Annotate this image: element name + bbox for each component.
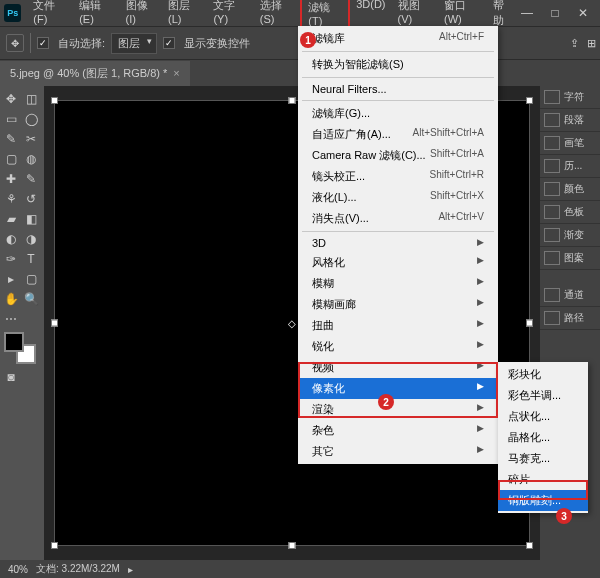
menu-图层[interactable]: 图层(L) (162, 0, 207, 33)
blur-tool[interactable]: ◐ (2, 230, 20, 248)
panel-label: 历... (564, 159, 582, 173)
menu-item[interactable]: 像素化▶ (298, 378, 498, 399)
transform-center[interactable]: ◇ (288, 318, 296, 329)
menu-item[interactable]: 液化(L)...Shift+Ctrl+X (298, 187, 498, 208)
maximize-button[interactable]: □ (548, 6, 562, 20)
auto-select-label: 自动选择: (58, 36, 105, 51)
path-select-tool[interactable]: ▸ (2, 270, 20, 288)
panel-label: 路径 (564, 311, 584, 325)
menu-选择[interactable]: 选择(S) (254, 0, 300, 33)
zoom-level[interactable]: 40% (8, 564, 28, 575)
menu-item[interactable]: 消失点(V)...Alt+Ctrl+V (298, 208, 498, 229)
artboard-tool[interactable]: ◫ (22, 90, 40, 108)
eraser-tool[interactable]: ▰ (2, 210, 20, 228)
submenu-item[interactable]: 彩色半调... (498, 385, 588, 406)
shape-tool[interactable]: ▢ (22, 270, 40, 288)
brush-tool[interactable]: ✎ (22, 170, 40, 188)
history-brush-tool[interactable]: ↺ (22, 190, 40, 208)
menu-item[interactable]: 滤镜库Alt+Ctrl+F (298, 28, 498, 49)
panel-tab[interactable]: 段落 (540, 109, 600, 132)
menu-item[interactable]: 杂色▶ (298, 420, 498, 441)
panel-icon (544, 311, 560, 325)
panel-tab[interactable]: 色板 (540, 201, 600, 224)
menu-文字[interactable]: 文字(Y) (207, 0, 253, 33)
crop-tool[interactable]: ✂ (22, 130, 40, 148)
menu-item[interactable]: 风格化▶ (298, 252, 498, 273)
panel-icon (544, 159, 560, 173)
menu-文件[interactable]: 文件(F) (27, 0, 73, 33)
panel-tab[interactable]: 字符 (540, 86, 600, 109)
minimize-button[interactable]: — (520, 6, 534, 20)
submenu-item[interactable]: 马赛克... (498, 448, 588, 469)
transform-handle[interactable] (526, 97, 533, 104)
edit-toolbar[interactable]: ⋯ (2, 310, 20, 328)
lasso-tool[interactable]: ◯ (22, 110, 40, 128)
menu-item[interactable]: 镜头校正...Shift+Ctrl+R (298, 166, 498, 187)
submenu-item[interactable]: 碎片 (498, 469, 588, 490)
menu-item[interactable]: 其它▶ (298, 441, 498, 462)
close-tab-icon[interactable]: × (173, 67, 179, 79)
transform-handle[interactable] (526, 542, 533, 549)
hand-tool[interactable]: ✋ (2, 290, 20, 308)
transform-handle[interactable] (51, 542, 58, 549)
submenu-item[interactable]: 彩块化 (498, 364, 588, 385)
auto-select-checkbox[interactable]: ✓ (37, 37, 49, 49)
submenu-item[interactable]: 晶格化... (498, 427, 588, 448)
panel-tab[interactable]: 颜色 (540, 178, 600, 201)
menu-item[interactable]: 自适应广角(A)...Alt+Shift+Ctrl+A (298, 124, 498, 145)
clone-stamp-tool[interactable]: ⚘ (2, 190, 20, 208)
menu-item[interactable]: 3D▶ (298, 234, 498, 252)
color-swatches[interactable] (2, 332, 42, 366)
show-transform-checkbox[interactable]: ✓ (163, 37, 175, 49)
menu-item[interactable]: 模糊画廊▶ (298, 294, 498, 315)
transform-handle[interactable] (51, 320, 58, 327)
dodge-tool[interactable]: ◑ (22, 230, 40, 248)
transform-handle[interactable] (289, 97, 296, 104)
share-icon[interactable]: ⇪ (570, 37, 579, 50)
menu-item[interactable]: 锐化▶ (298, 336, 498, 357)
transform-handle[interactable] (526, 320, 533, 327)
panel-tab[interactable]: 渐变 (540, 224, 600, 247)
transform-handle[interactable] (51, 97, 58, 104)
menu-item[interactable]: 视频▶ (298, 357, 498, 378)
move-tool-icon[interactable]: ✥ (6, 34, 24, 52)
type-tool[interactable]: T (22, 250, 40, 268)
menu-item[interactable]: Camera Raw 滤镜(C)...Shift+Ctrl+A (298, 145, 498, 166)
panel-tab[interactable]: 历... (540, 155, 600, 178)
menu-item[interactable]: 渲染▶ (298, 399, 498, 420)
marquee-tool[interactable]: ▭ (2, 110, 20, 128)
menu-编辑[interactable]: 编辑(E) (73, 0, 119, 33)
transform-handle[interactable] (289, 542, 296, 549)
quick-mask-toggle[interactable]: ◙ (2, 368, 20, 386)
menu-item[interactable]: 模糊▶ (298, 273, 498, 294)
menu-item[interactable]: 转换为智能滤镜(S) (298, 54, 498, 75)
status-bar: 40% 文档: 3.22M/3.22M ▸ (0, 560, 600, 578)
search-icon[interactable]: ⊞ (587, 37, 596, 50)
menu-item[interactable]: 扭曲▶ (298, 315, 498, 336)
menu-item[interactable]: Neural Filters... (298, 80, 498, 98)
pen-tool[interactable]: ✑ (2, 250, 20, 268)
eyedropper-tool[interactable]: ◍ (22, 150, 40, 168)
move-tool[interactable]: ✥ (2, 90, 20, 108)
close-button[interactable]: ✕ (576, 6, 590, 20)
submenu-item[interactable]: 点状化... (498, 406, 588, 427)
zoom-tool[interactable]: 🔍 (22, 290, 40, 308)
foreground-swatch[interactable] (4, 332, 24, 352)
menu-图像[interactable]: 图像(I) (120, 0, 162, 33)
menubar: Ps 文件(F)编辑(E)图像(I)图层(L)文字(Y)选择(S)滤镜(T)3D… (0, 0, 600, 26)
panel-tab[interactable]: 图案 (540, 247, 600, 270)
doc-info[interactable]: 文档: 3.22M/3.22M (36, 562, 120, 576)
quick-select-tool[interactable]: ✎ (2, 130, 20, 148)
heal-brush-tool[interactable]: ✚ (2, 170, 20, 188)
auto-select-dropdown[interactable]: 图层 (111, 33, 157, 54)
panel-tab[interactable]: 路径 (540, 307, 600, 330)
panel-tab[interactable]: 画笔 (540, 132, 600, 155)
document-tab[interactable]: 5.jpeg @ 40% (图层 1, RGB/8) * × (0, 61, 190, 86)
frame-tool[interactable]: ▢ (2, 150, 20, 168)
menu-item[interactable]: 滤镜库(G)... (298, 103, 498, 124)
submenu-item[interactable]: 铜版雕刻... (498, 490, 588, 511)
panel-tab[interactable]: 通道 (540, 284, 600, 307)
panel-icon (544, 90, 560, 104)
gradient-tool[interactable]: ◧ (22, 210, 40, 228)
doc-info-arrow[interactable]: ▸ (128, 564, 133, 575)
